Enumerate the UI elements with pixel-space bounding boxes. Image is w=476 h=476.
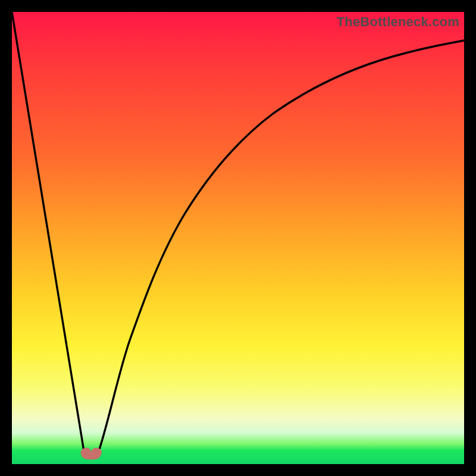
left-slope-path — [12, 12, 84, 455]
curve-svg — [12, 12, 464, 464]
right-curve-path — [98, 40, 464, 455]
plot-area: TheBottleneck.com — [12, 12, 464, 464]
min-marker — [81, 448, 102, 459]
chart-frame: TheBottleneck.com — [0, 0, 476, 476]
watermark-text: TheBottleneck.com — [337, 14, 459, 30]
